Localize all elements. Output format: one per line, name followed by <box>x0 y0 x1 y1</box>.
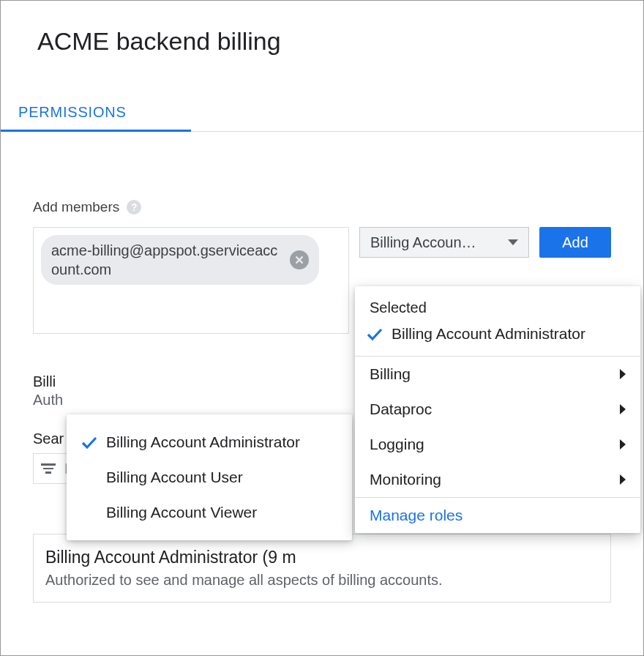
members-input-box[interactable]: acme-billing@appspot.gserviceaccount.com <box>33 227 349 334</box>
chevron-right-icon <box>620 404 626 414</box>
add-members-label-row: Add members ? <box>33 199 611 215</box>
tab-bar: PERMISSIONS <box>1 95 643 132</box>
page-title: ACME backend billing <box>1 1 643 56</box>
role-submenu-popover: Billing Account Administrator Billing Ac… <box>67 414 352 540</box>
submenu-item-label: Billing Account Administrator <box>106 433 300 451</box>
role-select[interactable]: Billing Accoun… <box>359 227 529 258</box>
filter-icon <box>40 460 57 477</box>
submenu-item-billing-admin[interactable]: Billing Account Administrator <box>67 425 352 460</box>
add-button[interactable]: Add <box>539 227 611 258</box>
role-select-text: Billing Accoun… <box>370 234 476 251</box>
role-dropdown-popover: Selected Billing Account Administrator B… <box>355 286 640 533</box>
dropdown-category-logging[interactable]: Logging <box>355 427 640 462</box>
member-chip-text: acme-billing@appspot.gserviceaccount.com <box>51 241 282 279</box>
tab-permissions[interactable]: PERMISSIONS <box>1 95 191 132</box>
dropdown-category-dataproc[interactable]: Dataproc <box>355 392 640 427</box>
close-icon[interactable] <box>290 250 309 269</box>
tab-divider <box>191 95 643 132</box>
dropdown-category-monitoring[interactable]: Monitoring <box>355 462 640 497</box>
dropdown-category-label: Dataproc <box>370 400 432 418</box>
submenu-item-billing-user[interactable]: Billing Account User <box>67 460 352 495</box>
manage-roles-label: Manage roles <box>370 507 463 524</box>
dropdown-selected-item[interactable]: Billing Account Administrator <box>355 325 640 356</box>
submenu-item-label: Billing Account Viewer <box>106 504 257 521</box>
check-icon <box>80 435 99 450</box>
submenu-item-label: Billing Account User <box>106 469 243 486</box>
chevron-right-icon <box>620 474 626 485</box>
member-chip: acme-billing@appspot.gserviceaccount.com <box>41 235 319 285</box>
dropdown-category-billing[interactable]: Billing <box>355 357 640 392</box>
role-card-desc: Authorized to see and manage all aspects… <box>45 572 599 589</box>
manage-roles-link[interactable]: Manage roles <box>355 498 640 533</box>
dropdown-category-label: Logging <box>370 436 424 453</box>
dropdown-selected-label: Billing Account Administrator <box>392 325 585 343</box>
dropdown-category-label: Monitoring <box>370 471 441 488</box>
submenu-item-billing-viewer[interactable]: Billing Account Viewer <box>67 495 352 530</box>
chevron-right-icon <box>620 439 626 450</box>
chevron-down-icon <box>508 239 518 245</box>
help-icon[interactable]: ? <box>127 200 141 215</box>
dropdown-category-label: Billing <box>370 365 411 383</box>
add-members-label: Add members <box>33 199 119 215</box>
check-icon <box>365 327 384 341</box>
role-card[interactable]: Billing Account Administrator (9 m Autho… <box>33 534 611 603</box>
role-card-title: Billing Account Administrator (9 m <box>45 548 599 567</box>
chevron-right-icon <box>620 369 626 379</box>
dropdown-selected-heading: Selected <box>355 286 640 325</box>
